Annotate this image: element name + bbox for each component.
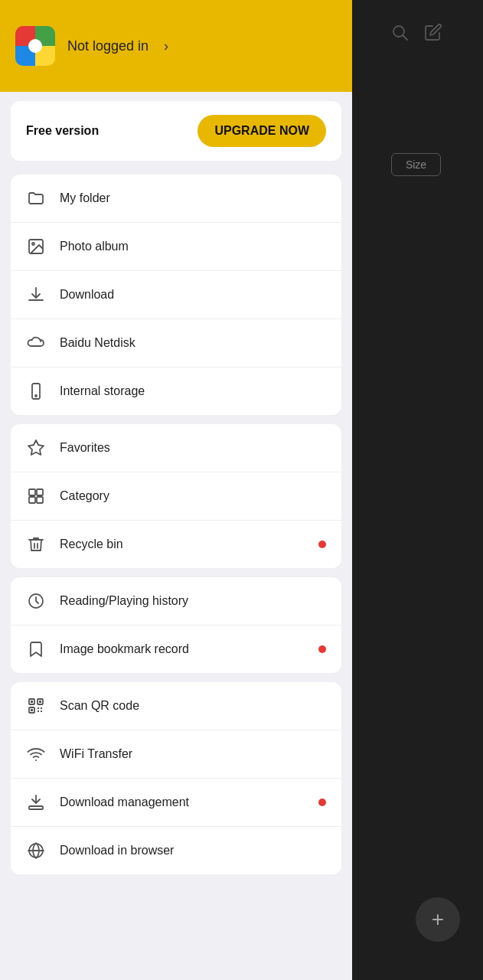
internal-storage-label: Internal storage bbox=[60, 384, 326, 398]
menu-group-1: My folder Photo album Download Baidu Net… bbox=[11, 175, 341, 415]
scan-qr-label: Scan QR code bbox=[60, 699, 326, 713]
download-icon bbox=[26, 285, 46, 305]
size-badge: Size bbox=[391, 153, 441, 176]
sidebar-item-download[interactable]: Download bbox=[11, 271, 341, 319]
svg-rect-8 bbox=[29, 489, 35, 495]
svg-point-6 bbox=[35, 395, 37, 397]
sidebar-item-category[interactable]: Category bbox=[11, 472, 341, 521]
category-icon bbox=[26, 486, 46, 506]
sidebar-item-my-folder[interactable]: My folder bbox=[11, 175, 341, 223]
drawer-header: Not logged in › bbox=[0, 0, 352, 92]
download-label: Download bbox=[60, 288, 326, 302]
sidebar-item-download-management[interactable]: Download management bbox=[11, 779, 341, 827]
recycle-bin-dot bbox=[318, 541, 326, 548]
reading-history-label: Reading/Playing history bbox=[60, 594, 326, 608]
svg-rect-10 bbox=[29, 497, 35, 503]
right-panel-icons bbox=[390, 23, 442, 46]
recycle-bin-label: Recycle bin bbox=[60, 537, 305, 551]
svg-rect-11 bbox=[37, 497, 43, 503]
menu-group-3: Reading/Playing history Image bookmark r… bbox=[11, 577, 341, 673]
sidebar-item-photo-album[interactable]: Photo album bbox=[11, 223, 341, 271]
photo-icon bbox=[26, 237, 46, 256]
svg-marker-7 bbox=[28, 440, 44, 455]
trash-icon bbox=[26, 534, 46, 554]
menu-group-4: Scan QR code WiFi Transfer Download mana… bbox=[11, 682, 341, 874]
wifi-transfer-label: WiFi Transfer bbox=[60, 747, 326, 761]
menu-group-2: Favorites Category Recycle bin bbox=[11, 424, 341, 568]
image-bookmark-label: Image bookmark record bbox=[60, 642, 305, 656]
cloud-icon bbox=[26, 333, 46, 353]
user-status[interactable]: Not logged in bbox=[67, 38, 148, 54]
sidebar-item-download-browser[interactable]: Download in browser bbox=[11, 827, 341, 874]
favorites-label: Favorites bbox=[60, 441, 326, 455]
edit-icon[interactable] bbox=[424, 23, 442, 46]
sidebar-item-internal-storage[interactable]: Internal storage bbox=[11, 368, 341, 415]
svg-rect-17 bbox=[39, 701, 41, 703]
download-management-dot bbox=[318, 799, 326, 806]
sidebar-item-recycle-bin[interactable]: Recycle bin bbox=[11, 521, 341, 568]
search-icon[interactable] bbox=[390, 23, 409, 46]
svg-rect-18 bbox=[31, 709, 33, 711]
drawer: Not logged in › Free version UPGRADE NOW… bbox=[0, 0, 352, 980]
svg-rect-16 bbox=[31, 701, 33, 703]
download-browser-label: Download in browser bbox=[60, 844, 326, 858]
sidebar-item-scan-qr[interactable]: Scan QR code bbox=[11, 682, 341, 730]
upgrade-button[interactable]: UPGRADE NOW bbox=[197, 115, 326, 147]
version-card: Free version UPGRADE NOW bbox=[11, 101, 341, 161]
sidebar-item-wifi-transfer[interactable]: WiFi Transfer bbox=[11, 730, 341, 779]
sidebar-item-favorites[interactable]: Favorites bbox=[11, 424, 341, 472]
download-management-label: Download management bbox=[60, 795, 305, 809]
svg-rect-20 bbox=[29, 806, 43, 809]
folder-icon bbox=[26, 188, 46, 208]
right-panel: Size + bbox=[349, 0, 483, 980]
globe-icon bbox=[26, 841, 46, 861]
bookmark-icon bbox=[26, 639, 46, 659]
header-arrow: › bbox=[164, 38, 168, 54]
svg-point-3 bbox=[32, 243, 34, 245]
fab-button[interactable]: + bbox=[416, 897, 460, 942]
app-logo bbox=[15, 26, 55, 66]
phone-icon bbox=[26, 381, 46, 401]
star-icon bbox=[26, 438, 46, 458]
svg-rect-9 bbox=[37, 489, 43, 495]
image-bookmark-dot bbox=[318, 645, 326, 653]
svg-point-19 bbox=[35, 760, 37, 761]
download-mgmt-icon bbox=[26, 792, 46, 812]
my-folder-label: My folder bbox=[60, 191, 326, 205]
free-version-label: Free version bbox=[26, 124, 99, 138]
sidebar-item-image-bookmark[interactable]: Image bookmark record bbox=[11, 626, 341, 673]
baidu-netdisk-label: Baidu Netdisk bbox=[60, 336, 326, 350]
svg-line-1 bbox=[403, 36, 407, 41]
sidebar-item-baidu-netdisk[interactable]: Baidu Netdisk bbox=[11, 319, 341, 368]
wifi-icon bbox=[26, 744, 46, 764]
category-label: Category bbox=[60, 489, 326, 503]
sidebar-item-reading-history[interactable]: Reading/Playing history bbox=[11, 577, 341, 626]
history-icon bbox=[26, 591, 46, 611]
photo-album-label: Photo album bbox=[60, 240, 326, 253]
qr-icon bbox=[26, 696, 46, 716]
